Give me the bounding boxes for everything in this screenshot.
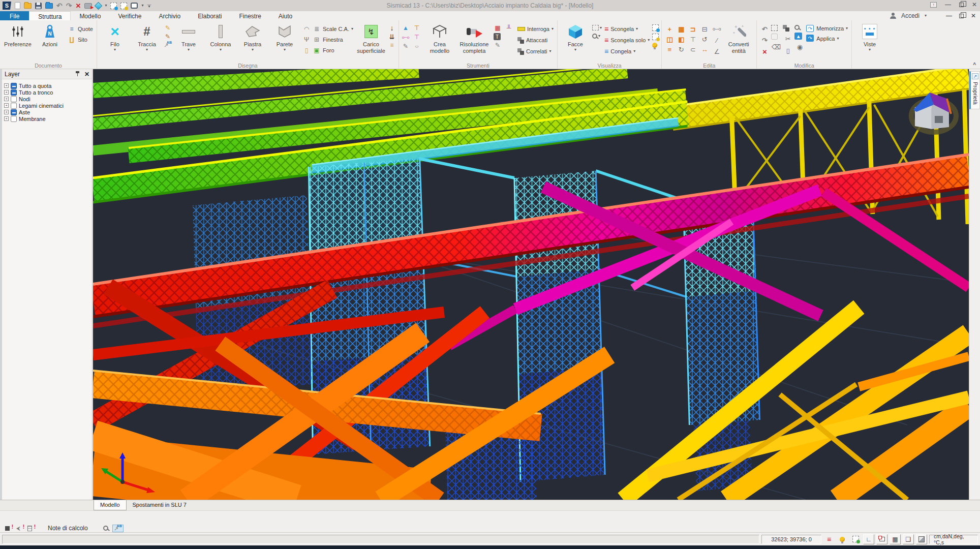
- ortho-toggle[interactable]: ∟: [863, 534, 874, 544]
- pencil-diagonal-icon[interactable]: ✎: [402, 42, 410, 50]
- node-link-icon[interactable]: o─o: [712, 24, 722, 34]
- bricks-icon[interactable]: ▦: [494, 24, 502, 32]
- preferenze-button[interactable]: Preferenze: [3, 22, 33, 60]
- tab-elaborati[interactable]: Elaborati: [189, 11, 230, 20]
- zoom-icon[interactable]: [592, 34, 597, 39]
- selection-light-on-icon[interactable]: [110, 3, 117, 9]
- units-readout[interactable]: cm,daN,deg,°C,s: [929, 535, 978, 544]
- qat-overflow-icon[interactable]: —▾: [147, 4, 151, 8]
- colonna-button[interactable]: Colonna ▾: [205, 22, 236, 60]
- tab-file[interactable]: File: [0, 11, 29, 20]
- new-document-icon[interactable]: [15, 2, 20, 9]
- label-ab-icon[interactable]: AB↗: [164, 41, 172, 49]
- account-button[interactable]: Accedi: [901, 12, 920, 19]
- converti-entita-button[interactable]: ✦✦✦ Converti entità: [723, 22, 754, 60]
- redo-icon[interactable]: ↷: [66, 2, 72, 9]
- line-load-icon[interactable]: ⇊: [388, 33, 396, 41]
- filo-dropdown-icon[interactable]: ▾: [114, 48, 116, 52]
- correlati-dropdown-icon[interactable]: ▾: [549, 49, 552, 53]
- viewbox-icon[interactable]: [592, 25, 599, 30]
- scongela-button[interactable]: ≡ Scongela ▾: [603, 24, 651, 34]
- memorizza-button[interactable]: Memorizza ▾: [815, 25, 849, 32]
- facce-dropdown-icon[interactable]: ▾: [574, 48, 576, 52]
- pin-icon[interactable]: [75, 71, 80, 77]
- layer-checkbox[interactable]: [11, 89, 17, 96]
- trave-button[interactable]: Trave ▾: [173, 22, 204, 60]
- properties-side-tab[interactable]: ↗ Proprietà: [969, 71, 980, 109]
- window-style-icon[interactable]: [131, 3, 138, 9]
- snap-diamond-icon[interactable]: [95, 2, 103, 10]
- applica-dropdown-icon[interactable]: ▾: [837, 37, 839, 41]
- mdi-minimize-button[interactable]: —: [946, 12, 952, 19]
- window-dropdown-icon[interactable]: ▾: [141, 4, 143, 8]
- tab-struttura[interactable]: Struttura: [29, 11, 71, 20]
- clipboard-icon[interactable]: ▯: [783, 46, 793, 55]
- tab-archivio[interactable]: Archivio: [150, 11, 189, 20]
- layer-item-tutto-a-tronco[interactable]: + Tutto a tronco: [4, 89, 90, 96]
- model-viewport[interactable]: [93, 69, 969, 500]
- copy-stack-icon[interactable]: [783, 25, 789, 32]
- scale-dropdown-icon[interactable]: ▾: [351, 27, 353, 31]
- snap-dropdown-icon[interactable]: ▾: [105, 4, 107, 8]
- solid-warning-icon[interactable]: !: [5, 525, 12, 531]
- trim-icon[interactable]: ⊟: [699, 24, 710, 34]
- grid-toggle[interactable]: ▦: [890, 534, 901, 544]
- colonna-dropdown-icon[interactable]: ▾: [220, 48, 222, 52]
- layer-checkbox[interactable]: [11, 96, 17, 102]
- open-folder-icon[interactable]: [24, 3, 32, 9]
- save-icon[interactable]: [35, 3, 42, 9]
- memorize-view-icon[interactable]: ↷: [806, 25, 814, 32]
- point-load-icon[interactable]: ↓: [388, 24, 396, 32]
- delete-icon[interactable]: ✕: [75, 3, 81, 9]
- pencil-draw-icon[interactable]: ✎: [164, 24, 172, 32]
- scale-ca-button[interactable]: ◠ ≣ Scale C.A. ▾: [301, 24, 354, 34]
- layer-item-nodi[interactable]: + Nodi: [4, 96, 90, 102]
- note-di-calcolo-label[interactable]: Note di calcolo: [48, 525, 88, 532]
- layer-item-aste[interactable]: + Aste: [4, 109, 90, 115]
- tab-finestre[interactable]: Finestre: [231, 11, 270, 20]
- image-icon[interactable]: ▲: [794, 33, 802, 40]
- restore-button[interactable]: [959, 3, 964, 7]
- scissors-icon[interactable]: ✂: [783, 34, 793, 43]
- select-hidden-icon[interactable]: [652, 34, 659, 40]
- layer-checkbox[interactable]: [11, 83, 17, 89]
- finestra-button[interactable]: Ψ ⊞ Finestra: [301, 35, 354, 45]
- risoluzione-completa-button[interactable]: Risoluzione completa: [456, 22, 492, 60]
- command-field[interactable]: [2, 535, 759, 544]
- filo-button[interactable]: × Filo ▾: [100, 22, 130, 60]
- tab-aiuto[interactable]: Aiuto: [270, 11, 301, 20]
- selection-light-off-icon[interactable]: [120, 3, 127, 9]
- traccia-button[interactable]: # Traccia ▾: [132, 22, 162, 60]
- lightbulb-icon[interactable]: [652, 43, 657, 48]
- expand-icon[interactable]: +: [4, 110, 9, 114]
- expand-icon[interactable]: +: [4, 116, 9, 121]
- tab-verifiche[interactable]: Verifiche: [109, 11, 150, 20]
- expand-icon[interactable]: +: [4, 103, 9, 108]
- mdi-close-button[interactable]: ✕: [971, 12, 976, 19]
- scongela-solo-dropdown-icon[interactable]: ▾: [648, 38, 650, 42]
- ribbon-pin-icon[interactable]: ↑: [930, 2, 937, 8]
- cursor-warning-icon[interactable]: ⮜!: [16, 525, 23, 531]
- viste-dropdown-icon[interactable]: ▾: [869, 48, 871, 52]
- rotate-cw-icon[interactable]: ↻: [676, 45, 686, 54]
- expand-icon[interactable]: +: [4, 90, 9, 95]
- viste-button[interactable]: • • • Viste ▾: [854, 22, 885, 60]
- undo-ribbon-icon[interactable]: ↶: [759, 24, 770, 34]
- ramp-load-icon[interactable]: ≡: [388, 41, 396, 49]
- close-button[interactable]: ✕: [972, 1, 977, 8]
- layers-status-icon[interactable]: ≡: [823, 534, 835, 544]
- correlati-button[interactable]: Correlati ▾: [516, 46, 555, 56]
- piastra-dropdown-icon[interactable]: ▾: [252, 48, 254, 52]
- mirror-icon[interactable]: ◧: [676, 35, 686, 44]
- ellipse-icon[interactable]: ○: [413, 44, 421, 49]
- account-dropdown-icon[interactable]: ▾: [925, 14, 927, 18]
- bulb-status-icon[interactable]: [837, 534, 848, 544]
- stretch-icon[interactable]: ↔: [699, 45, 710, 54]
- quote-button[interactable]: ≡ Quote: [67, 24, 94, 34]
- rotate-ccw-icon[interactable]: ↺: [699, 35, 710, 44]
- mdi-restore-button[interactable]: [959, 14, 964, 18]
- viewbox-dropdown-icon[interactable]: ▾: [600, 26, 602, 30]
- pencil-edit-icon[interactable]: ✎: [164, 33, 172, 41]
- angle-icon[interactable]: ∠: [712, 47, 722, 56]
- foro-button[interactable]: ▯ ▣ Foro: [301, 45, 354, 55]
